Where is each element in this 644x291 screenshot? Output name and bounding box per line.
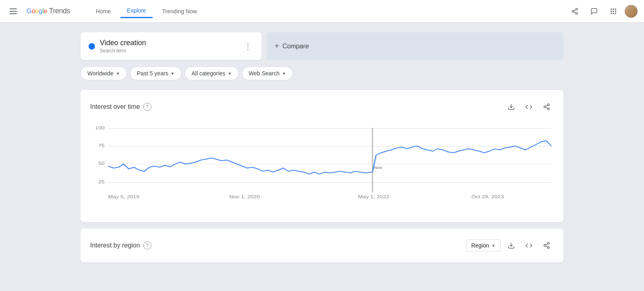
svg-rect-6 (613, 8, 614, 10)
svg-text:75: 75 (98, 143, 105, 148)
interest-over-time-title: Interest over time (90, 103, 140, 110)
embed-region-icon[interactable] (522, 238, 536, 253)
svg-text:Nov 1, 2020: Nov 1, 2020 (229, 194, 260, 199)
message-header-icon[interactable] (586, 3, 602, 19)
svg-point-17 (547, 108, 549, 110)
geo-filter-label: Worldwide (87, 70, 114, 77)
svg-point-37 (547, 247, 549, 249)
svg-point-2 (576, 12, 578, 15)
svg-text:Oct 29, 2023: Oct 29, 2023 (471, 194, 504, 199)
svg-line-4 (574, 9, 576, 10)
svg-point-36 (544, 245, 546, 247)
svg-text:100: 100 (95, 125, 104, 130)
region-actions: Region ▼ (466, 238, 554, 253)
svg-rect-10 (615, 10, 616, 12)
svg-line-18 (545, 107, 547, 108)
term-type: Search term (100, 48, 237, 54)
svg-line-19 (545, 105, 547, 106)
search-type-filter-button[interactable]: Web Search ▼ (242, 67, 293, 80)
chart-actions (504, 100, 554, 114)
nav-explore[interactable]: Explore (120, 4, 152, 18)
region-title-area: Interest by region ? (90, 241, 151, 249)
svg-point-0 (576, 8, 578, 10)
compare-plus-icon: + (275, 42, 279, 51)
interest-over-time-help-icon[interactable]: ? (143, 103, 151, 111)
chart-container: 100 75 50 25 May 5, 2019 Nov 1, 2020 Ma (90, 124, 554, 212)
share-chart-icon[interactable] (539, 100, 554, 114)
svg-line-39 (545, 244, 547, 245)
category-filter-button[interactable]: All categories ▼ (185, 67, 239, 80)
svg-rect-13 (615, 12, 616, 14)
geo-filter-button[interactable]: Worldwide ▼ (80, 67, 127, 80)
interest-by-region-help-icon[interactable]: ? (143, 241, 151, 249)
header-left: Google Trends Home Explore Trending Now (6, 4, 203, 18)
header-right (567, 3, 638, 19)
svg-line-3 (574, 12, 576, 13)
interest-chart-svg: 100 75 50 25 May 5, 2019 Nov 1, 2020 Ma (90, 124, 554, 212)
search-type-filter-label: Web Search (249, 70, 280, 77)
category-filter-arrow-icon: ▼ (228, 71, 232, 76)
search-area: Video creation Search term ⋮ + Compare (80, 32, 564, 60)
term-info: Video creation Search term (100, 39, 237, 54)
time-filter-arrow-icon: ▼ (171, 71, 175, 76)
time-filter-button[interactable]: Past 5 years ▼ (130, 67, 182, 80)
svg-point-16 (544, 106, 546, 108)
share-region-icon[interactable] (539, 238, 554, 253)
menu-icon[interactable] (6, 5, 20, 17)
svg-point-35 (547, 243, 549, 245)
term-dot (89, 43, 95, 50)
google-trends-logo[interactable]: Google Trends (27, 7, 70, 15)
interest-by-region-title: Interest by region (90, 242, 140, 249)
chart-card-header: Interest over time ? (90, 100, 554, 114)
region-select-arrow-icon: ▼ (491, 243, 495, 248)
svg-point-15 (547, 104, 549, 106)
google-logo-text: Google (27, 8, 47, 15)
region-select-label: Region (471, 242, 489, 249)
compare-label: Compare (283, 43, 309, 50)
interest-by-region-card: Interest by region ? Region ▼ (80, 229, 564, 262)
nav-trending-now[interactable]: Trending Now (156, 5, 204, 18)
time-filter-label: Past 5 years (137, 70, 168, 77)
svg-rect-5 (611, 8, 612, 10)
trends-logo-text: Trends (49, 7, 70, 15)
main-content: Video creation Search term ⋮ + Compare W… (0, 23, 644, 291)
term-name: Video creation (100, 39, 237, 47)
svg-rect-12 (613, 12, 614, 14)
svg-text:Nov: Nov (374, 166, 382, 170)
search-term-box: Video creation Search term ⋮ (80, 32, 262, 60)
embed-chart-icon[interactable] (522, 100, 536, 114)
interest-over-time-card: Interest over time ? (80, 90, 564, 222)
category-filter-label: All categories (192, 70, 225, 77)
svg-line-38 (545, 246, 547, 247)
apps-header-icon[interactable] (605, 3, 621, 19)
region-card-header: Interest by region ? Region ▼ (90, 238, 554, 253)
compare-box[interactable]: + Compare (266, 32, 564, 60)
filter-bar: Worldwide ▼ Past 5 years ▼ All categorie… (80, 67, 564, 80)
download-chart-icon[interactable] (504, 100, 518, 114)
svg-rect-11 (611, 12, 612, 14)
svg-rect-9 (613, 10, 614, 12)
download-region-icon[interactable] (504, 238, 518, 253)
svg-rect-8 (611, 10, 612, 12)
svg-point-1 (572, 10, 574, 12)
chart-title-area: Interest over time ? (90, 103, 151, 111)
avatar[interactable] (625, 5, 638, 18)
geo-filter-arrow-icon: ▼ (116, 71, 120, 76)
share-header-icon[interactable] (567, 3, 583, 19)
svg-text:25: 25 (98, 179, 105, 184)
term-menu-icon[interactable]: ⋮ (242, 40, 254, 53)
svg-text:May 5, 2019: May 5, 2019 (108, 194, 139, 199)
svg-rect-7 (615, 8, 616, 10)
region-select-button[interactable]: Region ▼ (466, 239, 501, 252)
app-header: Google Trends Home Explore Trending Now (0, 0, 644, 23)
nav-home[interactable]: Home (89, 5, 117, 18)
main-nav: Home Explore Trending Now (89, 4, 203, 18)
svg-text:50: 50 (98, 161, 105, 166)
svg-text:May 1, 2022: May 1, 2022 (358, 194, 389, 199)
search-type-filter-arrow-icon: ▼ (282, 71, 286, 76)
